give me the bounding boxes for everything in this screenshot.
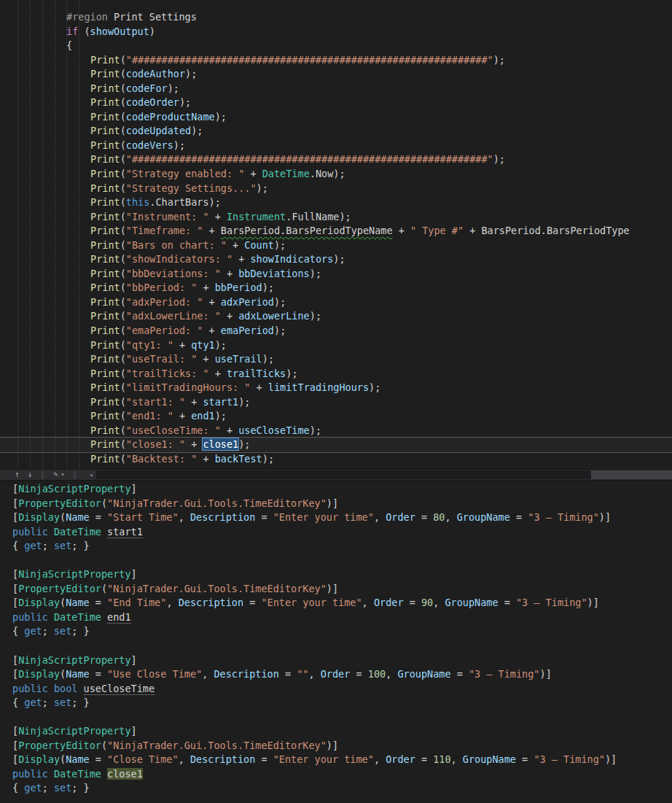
code-token: "adxLowerLine: " bbox=[126, 310, 221, 322]
code-token: Print bbox=[90, 381, 120, 393]
current-code-line[interactable]: Print("close1: " + close1); bbox=[0, 437, 672, 453]
code-token: + bbox=[221, 310, 238, 322]
code-line[interactable]: Print("bbPeriod: " + bbPeriod); bbox=[0, 281, 672, 295]
code-line[interactable]: Print("Instrument: " + Instrument.FullNa… bbox=[0, 210, 672, 225]
code-line[interactable]: Print("bbDeviations: " + bbDeviations); bbox=[0, 267, 672, 282]
code-line[interactable]: Print("Strategy enabled: " + DateTime.No… bbox=[0, 167, 672, 182]
horizontal-scrollbar[interactable]: ◂ bbox=[86, 470, 672, 480]
code-line[interactable]: Print("#################################… bbox=[0, 152, 672, 167]
scrollbar-thumb[interactable] bbox=[96, 470, 591, 479]
code-line[interactable]: Print("start1: " + start1); bbox=[0, 395, 672, 410]
code-token: + bbox=[203, 225, 220, 236]
chevron-down-icon[interactable]: ▾ bbox=[61, 470, 65, 480]
code-line[interactable]: public DateTime start1 bbox=[0, 525, 672, 540]
code-line[interactable] bbox=[0, 554, 672, 568]
code-token: [ bbox=[12, 597, 18, 608]
code-line[interactable]: Print("useCloseTime: " + useCloseTime); bbox=[0, 424, 672, 438]
code-line[interactable]: Print(this.ChartBars); bbox=[0, 195, 672, 210]
code-token: + bbox=[203, 296, 220, 308]
code-line[interactable]: { get; set; } bbox=[0, 696, 672, 710]
code-line[interactable]: Print("trailTicks: " + trailTicks); bbox=[0, 367, 672, 381]
code-line[interactable]: [NinjaScriptProperty] bbox=[0, 482, 672, 497]
code-line[interactable]: Print("emaPeriod: " + emaPeriod); bbox=[0, 324, 672, 338]
code-line[interactable]: Print("Strategy Settings..."); bbox=[0, 182, 672, 196]
code-line[interactable]: if (showOutput) bbox=[0, 25, 672, 39]
code-line[interactable]: [NinjaScriptProperty] bbox=[0, 567, 672, 582]
code-line[interactable]: Print("#################################… bbox=[0, 53, 672, 68]
code-editor-bottom[interactable]: [NinjaScriptProperty][PropertyEditor("Ni… bbox=[0, 481, 672, 803]
code-line[interactable]: [PropertyEditor("NinjaTrader.Gui.Tools.T… bbox=[0, 582, 672, 597]
scroll-left-button[interactable]: ◂ bbox=[86, 471, 96, 478]
code-line[interactable]: Print("qty1: " + qty1); bbox=[0, 338, 672, 353]
code-token: + bbox=[173, 410, 191, 422]
scrollbar-track[interactable] bbox=[96, 470, 672, 479]
code-line[interactable]: Print(codeFor); bbox=[0, 82, 672, 96]
code-line[interactable]: { bbox=[0, 39, 672, 53]
code-token: [ bbox=[12, 511, 18, 523]
scroll-up-button[interactable]: ↑ bbox=[15, 470, 20, 480]
code-token: ); bbox=[168, 82, 179, 94]
code-line[interactable]: [Display(Name = "Close Time", Descriptio… bbox=[0, 753, 672, 767]
code-token: + bbox=[185, 396, 203, 408]
code-line[interactable]: Print("Backtest: " + backTest); bbox=[0, 452, 672, 467]
code-line[interactable] bbox=[0, 710, 672, 725]
code-token: codeVers bbox=[126, 139, 173, 151]
code-token: ( bbox=[120, 353, 126, 365]
code-line[interactable]: Print(codeProductName); bbox=[0, 110, 672, 125]
scroll-down-button[interactable]: ↓ bbox=[28, 470, 33, 480]
code-line[interactable]: [Display(Name = "Start Time", Descriptio… bbox=[0, 511, 672, 525]
code-line[interactable] bbox=[0, 639, 672, 653]
code-token: + bbox=[185, 438, 203, 450]
code-line[interactable]: public DateTime end1 bbox=[0, 610, 672, 625]
code-line[interactable]: [Display(Name = "Use Close Time", Descri… bbox=[0, 667, 672, 682]
code-line[interactable]: { get; set; } bbox=[0, 539, 672, 554]
code-line[interactable]: Print("Bars on chart: " + Count); bbox=[0, 238, 672, 253]
code-token: Order bbox=[321, 668, 351, 680]
code-token: [ bbox=[12, 568, 18, 580]
code-line[interactable]: Print("adxLowerLine: " + adxLowerLine); bbox=[0, 309, 672, 324]
code-line[interactable]: Print("Timeframe: " + BarsPeriod.BarsPer… bbox=[0, 224, 672, 238]
code-token: "3 – Timing" bbox=[469, 668, 540, 680]
code-line[interactable]: { get; set; } bbox=[0, 624, 672, 639]
code-line[interactable]: public DateTime close1 bbox=[0, 767, 672, 782]
code-token: "useTrail: " bbox=[126, 353, 198, 365]
code-line[interactable]: Print(codeAuthor); bbox=[0, 67, 672, 82]
code-line[interactable]: [PropertyEditor("NinjaTrader.Gui.Tools.T… bbox=[0, 497, 672, 511]
code-token: , bbox=[308, 668, 320, 680]
code-line[interactable]: public bool useCloseTime bbox=[0, 682, 672, 697]
code-token: Print bbox=[90, 168, 120, 179]
code-token: "Timeframe: " bbox=[126, 225, 203, 236]
code-token: "useCloseTime: " bbox=[126, 424, 221, 436]
code-line[interactable]: Print("showIndicators: " + showIndicator… bbox=[0, 252, 672, 267]
code-token: ; bbox=[42, 782, 54, 794]
code-token: "" bbox=[297, 668, 308, 680]
toolbar-separator: | bbox=[40, 470, 45, 480]
code-token: Description bbox=[179, 597, 243, 608]
code-line[interactable]: Print("limitTradingHours: " + limitTradi… bbox=[0, 381, 672, 395]
code-line[interactable]: [PropertyEditor("NinjaTrader.Gui.Tools.T… bbox=[0, 739, 672, 753]
code-line[interactable]: Print("end1: " + end1); bbox=[0, 409, 672, 424]
code-line[interactable]: Print(codeUpdated); bbox=[0, 124, 672, 139]
code-editor-top[interactable]: #region Print Settingsif (showOutput){Pr… bbox=[0, 0, 672, 469]
code-token: " Type #" bbox=[410, 225, 464, 236]
code-line[interactable]: [NinjaScriptProperty] bbox=[0, 724, 672, 739]
code-token bbox=[101, 526, 107, 538]
code-line[interactable]: [Display(Name = "End Time", Description … bbox=[0, 596, 672, 610]
code-token: Print bbox=[90, 368, 120, 379]
code-editor-window: { "colors": { "background": "#1e1e1e", "… bbox=[0, 0, 672, 803]
code-token: Description bbox=[214, 668, 278, 680]
code-line[interactable]: #region Print Settings bbox=[0, 10, 672, 25]
code-line[interactable]: Print(codeVers); bbox=[0, 139, 672, 153]
code-line[interactable]: Print("useTrail: " + useTrail); bbox=[0, 352, 672, 367]
code-token: Display bbox=[18, 511, 60, 523]
code-token: bbPeriod bbox=[215, 282, 262, 293]
code-token: "emaPeriod: " bbox=[126, 325, 203, 336]
editor-scrollbar-row: ↑ ↓ | ✎ ▾ | ◂ bbox=[0, 469, 672, 481]
code-line[interactable]: [NinjaScriptProperty] bbox=[0, 653, 672, 668]
code-line[interactable]: Print(codeOrder); bbox=[0, 96, 672, 110]
code-token: = bbox=[451, 668, 469, 680]
code-token: "Strategy Settings..." bbox=[126, 182, 257, 194]
edit-pen-icon[interactable]: ✎ bbox=[53, 470, 58, 480]
code-line[interactable]: { get; set; } bbox=[0, 781, 672, 796]
code-line[interactable]: Print("adxPeriod: " + adxPeriod); bbox=[0, 295, 672, 310]
